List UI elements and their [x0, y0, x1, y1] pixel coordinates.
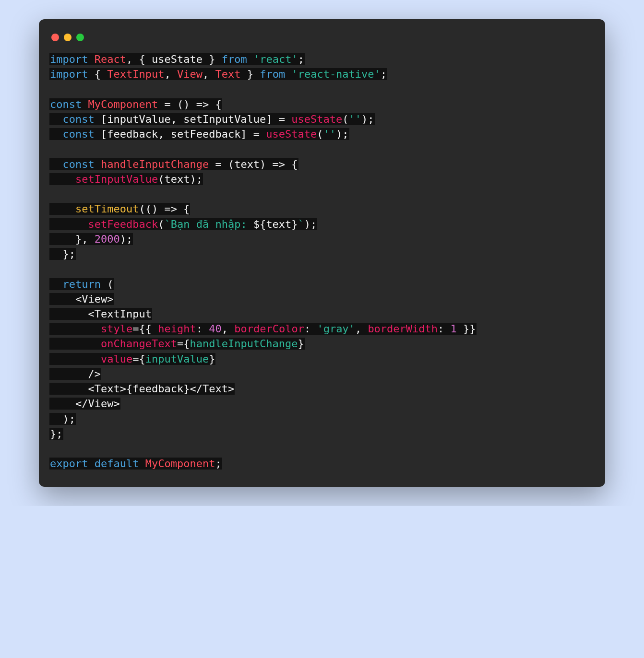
code-line: setInputValue(text);: [49, 172, 595, 187]
code-line: export default MyComponent;: [49, 456, 595, 471]
code-line: value={inputValue}: [49, 352, 595, 366]
code-line: [49, 187, 595, 201]
code-line: }, 2000);: [49, 232, 595, 247]
maximize-icon[interactable]: [76, 34, 84, 41]
code-window: import React, { useState } from 'react';…: [39, 19, 605, 487]
window-titlebar: [49, 31, 595, 52]
code-line: );: [49, 411, 595, 426]
code-line: style={{ height: 40, borderColor: 'gray'…: [49, 321, 595, 336]
code-line: onChangeText={handleInputChange}: [49, 336, 595, 351]
close-icon[interactable]: [51, 34, 59, 41]
code-line: [49, 441, 595, 456]
code-line: const [inputValue, setInputValue] = useS…: [49, 112, 595, 127]
code-line: const [feedback, setFeedback] = useState…: [49, 127, 595, 141]
minimize-icon[interactable]: [64, 34, 72, 41]
code-line: <Text>{feedback}</Text>: [49, 381, 595, 396]
code-line: const MyComponent = () => {: [49, 97, 595, 112]
code-line: />: [49, 366, 595, 381]
code-line: const handleInputChange = (text) => {: [49, 157, 595, 172]
code-line: setFeedback(`Bạn đã nhập: ${text}`);: [49, 217, 595, 232]
code-line: };: [49, 247, 595, 261]
code-line: [49, 261, 595, 276]
code-line: import { TextInput, View, Text } from 'r…: [49, 67, 595, 82]
code-editor[interactable]: import React, { useState } from 'react';…: [49, 52, 595, 471]
code-line: import React, { useState } from 'react';: [49, 52, 595, 67]
code-line: };: [49, 426, 595, 441]
code-line: </View>: [49, 396, 595, 411]
code-line: [49, 141, 595, 156]
code-line: <TextInput: [49, 306, 595, 321]
code-line: <View>: [49, 292, 595, 306]
code-line: setTimeout(() => {: [49, 201, 595, 216]
code-line: [49, 82, 595, 96]
code-line: return (: [49, 277, 595, 292]
